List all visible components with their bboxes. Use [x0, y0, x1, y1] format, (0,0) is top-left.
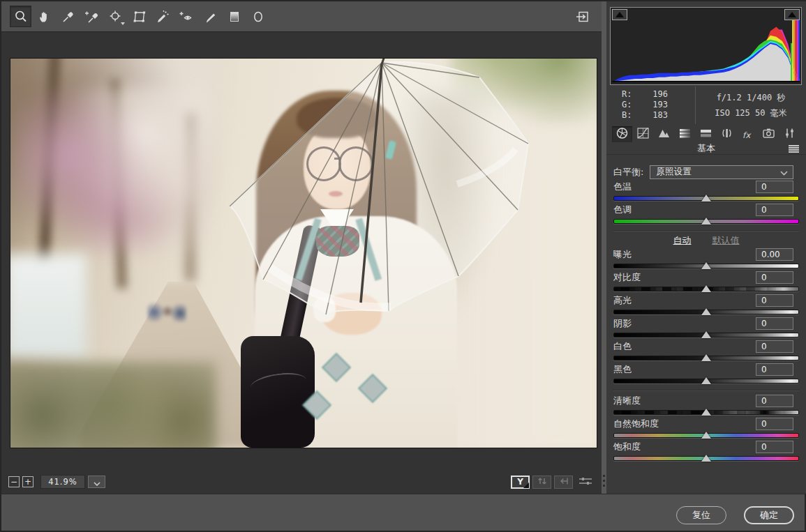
tab-hsl-grayscale[interactable]: [675, 126, 695, 142]
hand-tool-button[interactable]: [33, 6, 55, 27]
panel-tabs: fx: [612, 126, 800, 142]
slider-clarity: 清晰度 0: [613, 393, 799, 416]
heal-brush-icon: [155, 9, 172, 24]
tab-lens-corrections[interactable]: [717, 126, 737, 142]
default-link[interactable]: 默认值: [712, 234, 740, 247]
exposure-value-field[interactable]: 0.00: [756, 248, 793, 261]
gradient-square-icon: [227, 9, 242, 24]
exposure-label: 曝光: [613, 248, 632, 261]
tint-slider-track[interactable]: [613, 217, 799, 225]
zoom-level-dropdown[interactable]: [88, 476, 105, 488]
slider-highlights: 高光 0: [613, 293, 799, 316]
panel-title: 基本: [697, 142, 715, 155]
white-balance-row: 白平衡: 原照设置: [613, 165, 799, 179]
copy-settings-button[interactable]: [554, 476, 573, 489]
tab-split-toning[interactable]: [696, 126, 716, 142]
toggle-fullscreen-button[interactable]: [572, 6, 593, 27]
swap-arrows-icon: [537, 476, 548, 489]
zoom-in-button[interactable]: +: [22, 476, 33, 487]
blacks-value-field[interactable]: 0: [756, 363, 793, 376]
before-after-toggle-button[interactable]: Y: [511, 476, 530, 489]
chevron-down-icon: [780, 171, 788, 176]
temperature-value-field[interactable]: 0: [756, 181, 793, 193]
slider-whites: 白色 0: [613, 339, 799, 362]
white-balance-select[interactable]: 原照设置: [650, 165, 793, 179]
exif-readout: f/1.2 1/400 秒 ISO 125 50 毫米: [696, 86, 806, 124]
vibrance-value-field[interactable]: 0: [756, 418, 793, 430]
panel-divider[interactable]: [602, 1, 606, 494]
dropdown-caret-icon: [121, 22, 125, 25]
tab-camera-calibration[interactable]: [759, 126, 779, 142]
grip-dots-icon: [603, 485, 605, 487]
shadows-label: 阴影: [613, 317, 632, 330]
aperture-icon: [615, 127, 629, 142]
red-eye-tool-button[interactable]: [176, 6, 197, 27]
saturation-value-field[interactable]: 0: [756, 441, 793, 453]
highlights-slider-thumb: [701, 308, 711, 315]
photo-preview[interactable]: [10, 59, 597, 448]
targeted-adjustment-tool-button[interactable]: [105, 6, 126, 27]
tab-effects[interactable]: fx: [738, 126, 758, 142]
whites-value-field[interactable]: 0: [756, 340, 793, 353]
tab-presets[interactable]: [779, 126, 800, 142]
temperature-slider-thumb: [701, 195, 711, 202]
rgb-row-r: R:196: [622, 89, 695, 100]
lens-icon: [720, 127, 733, 142]
exposure-slider-track[interactable]: [613, 261, 799, 270]
eyedropper-icon: [61, 9, 76, 24]
spot-removal-tool-button[interactable]: [152, 6, 174, 27]
contrast-slider-track[interactable]: [613, 284, 799, 293]
zoom-out-button[interactable]: −: [8, 476, 20, 487]
histogram: [610, 7, 802, 85]
adjustment-brush-tool-button[interactable]: [200, 6, 221, 27]
shadow-clipping-button[interactable]: [612, 9, 627, 20]
clarity-slider-track[interactable]: [613, 408, 799, 416]
contrast-slider-thumb: [701, 285, 711, 292]
slider-vibrance: 自然饱和度 0: [613, 416, 799, 439]
graduated-filter-tool-button[interactable]: [223, 6, 245, 27]
auto-link[interactable]: 自动: [673, 234, 692, 247]
ok-button[interactable]: 确定: [744, 506, 794, 524]
panel-menu-icon[interactable]: [789, 145, 799, 153]
zoom-level-field[interactable]: 41.9%: [40, 475, 85, 489]
tint-value-field[interactable]: 0: [756, 204, 793, 216]
shadows-slider-track[interactable]: [613, 330, 799, 339]
blacks-slider-track[interactable]: [613, 377, 799, 385]
shadow-clip-triangle-icon: [615, 12, 624, 17]
white-balance-tool-button[interactable]: [57, 6, 79, 27]
histogram-chart: [612, 11, 800, 82]
shadows-value-field[interactable]: 0: [756, 317, 793, 330]
vibrance-slider-track[interactable]: [613, 431, 799, 439]
whites-slider-track[interactable]: [613, 354, 799, 362]
transform-tool-button[interactable]: [128, 6, 150, 27]
shadows-slider-thumb: [701, 331, 711, 338]
tab-detail[interactable]: [654, 126, 674, 142]
red-eye-icon: [178, 9, 196, 24]
color-sampler-tool-button[interactable]: [81, 6, 103, 27]
radial-filter-tool-button[interactable]: [247, 6, 269, 27]
highlights-slider-track[interactable]: [613, 307, 799, 316]
contrast-value-field[interactable]: 0: [756, 271, 793, 284]
rgb-row-g: G:193: [622, 100, 695, 110]
tab-basic[interactable]: [612, 126, 632, 142]
temperature-slider-track[interactable]: [613, 194, 799, 202]
camera-icon: [762, 127, 775, 142]
slider-tint: 色调 0: [613, 202, 799, 225]
swap-before-after-button[interactable]: [532, 476, 551, 489]
vibrance-slider-thumb: [701, 432, 711, 439]
saturation-slider-track[interactable]: [613, 454, 799, 462]
reset-button[interactable]: 复位: [676, 506, 726, 524]
auto-default-row: 自动 默认值: [613, 234, 799, 247]
clarity-value-field[interactable]: 0: [756, 395, 793, 407]
section-divider: [613, 390, 799, 391]
highlight-clipping-button[interactable]: [784, 9, 800, 20]
arrow-left-icon: [558, 476, 569, 489]
preview-statusbar: − + 41.9% Y: [8, 474, 595, 489]
preview-preferences-button[interactable]: [576, 476, 595, 489]
image-info: R:196 G:193 B:183 f/1.2 1/400 秒 ISO 125 …: [606, 86, 806, 124]
blacks-label: 黑色: [613, 363, 632, 376]
highlights-value-field[interactable]: 0: [756, 294, 793, 307]
sliders-icon: [783, 127, 796, 142]
zoom-tool-button[interactable]: [10, 6, 31, 27]
tab-tone-curve[interactable]: [633, 126, 653, 142]
